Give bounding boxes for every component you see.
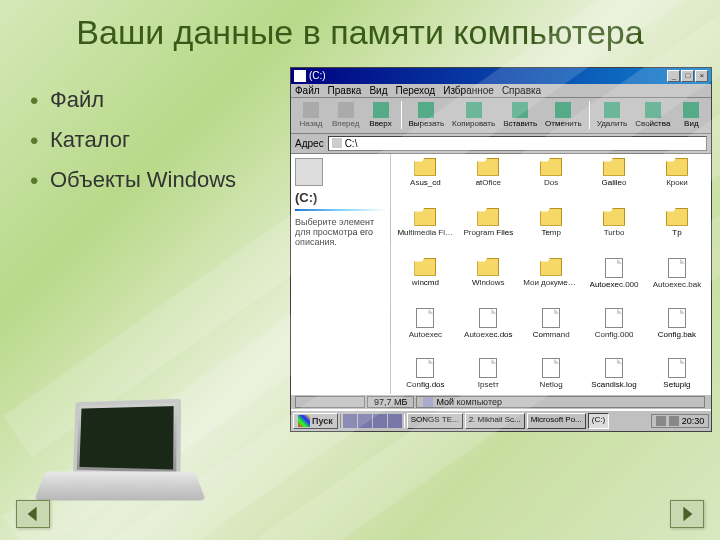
file-icon [479,308,497,328]
computer-icon [423,397,433,407]
quick-icon[interactable] [388,414,402,428]
file-icon [479,358,497,378]
tool-label: Вперед [332,119,360,128]
tool-label: Вид [684,119,698,128]
address-value: C:\ [345,138,358,149]
arrow-left-icon [24,505,42,523]
tray-icon[interactable] [669,416,679,426]
file-icon [416,308,434,328]
tray-icon[interactable] [656,416,666,426]
file-icon [605,308,623,328]
item-label: Config.bak [658,330,696,339]
folder-icon [477,258,499,276]
toolbar-вперед-button: Вперед [329,101,363,129]
file-item[interactable]: Setuplg [646,358,707,394]
bullet-item: Каталог [30,127,290,153]
prev-slide-button[interactable] [16,500,50,528]
file-icon [542,358,560,378]
menu-item[interactable]: Файл [295,85,320,96]
file-icon [668,358,686,378]
folder-icon [603,158,625,176]
tool-icon [555,102,571,118]
file-icon [668,258,686,278]
file-icon [416,358,434,378]
window-title: (C:) [309,70,326,81]
item-label: Scandisk.log [591,380,636,389]
clock: 20:30 [682,416,705,426]
svg-marker-1 [683,507,692,521]
menu-item[interactable]: Правка [328,85,362,96]
tool-label: Назад [300,119,323,128]
file-icon [668,308,686,328]
next-slide-button[interactable] [670,500,704,528]
address-label: Адрес [295,138,324,149]
tool-icon [373,102,389,118]
bullet-item: Файл [30,87,290,113]
tool-icon [338,102,354,118]
drive-icon [294,70,306,82]
system-tray[interactable]: 20:30 [651,414,710,428]
laptop-illustration [30,390,210,510]
folder-icon [477,158,499,176]
drive-icon [295,158,323,186]
toolbar-вверх-button[interactable]: Вверх [365,101,397,129]
file-icon [605,258,623,278]
address-bar: Адрес C:\ [291,134,711,154]
toolbar-назад-button: Назад [295,101,327,129]
item-label: Setuplg [663,380,690,389]
taskbar-task-button[interactable]: Microsoft Po... [527,413,586,429]
menu-item[interactable]: Вид [369,85,387,96]
file-icon [542,308,560,328]
drive-icon [332,138,342,148]
file-icon [605,358,623,378]
svg-marker-0 [28,507,37,521]
taskbar-task-button[interactable]: (C:) [588,413,609,429]
bullet-item: Объекты Windows [30,167,290,193]
item-label: Tp [672,228,681,237]
tool-label: Вверх [369,119,391,128]
folder-icon [540,208,562,226]
folder-icon [414,208,436,226]
arrow-right-icon [678,505,696,523]
tool-icon [303,102,319,118]
tool-icon [683,102,699,118]
menu-item[interactable]: Переход [395,85,435,96]
